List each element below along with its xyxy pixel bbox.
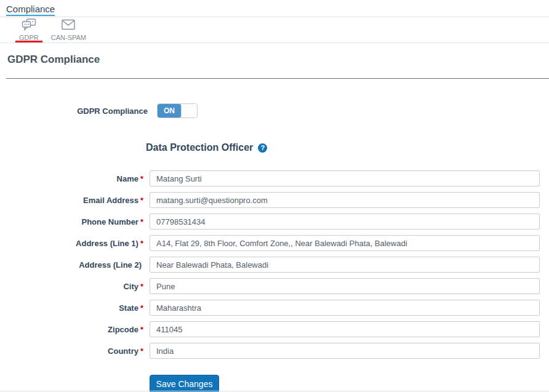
required-asterisk: * <box>140 282 143 291</box>
help-icon[interactable]: ? <box>258 143 267 153</box>
form-row: City* <box>0 278 549 294</box>
field-label: State <box>119 303 138 313</box>
toggle-knob <box>181 104 197 118</box>
bottom-divider <box>0 391 549 391</box>
field-label: Address (Line 2) <box>79 260 142 270</box>
form-row: Address (Line 1)* <box>0 235 549 251</box>
breadcrumb-compliance-link[interactable]: Compliance <box>6 4 55 16</box>
field-input-phone-number[interactable] <box>150 214 540 230</box>
tab-gdpr-label: GDPR <box>19 34 39 41</box>
envelope-icon <box>61 18 76 32</box>
required-asterisk: * <box>140 196 143 205</box>
gdpr-compliance-toggle[interactable]: ON <box>157 103 198 118</box>
required-asterisk: * <box>140 174 143 183</box>
form-row: Name* <box>0 170 549 186</box>
breadcrumb-bar: Compliance <box>0 0 549 17</box>
field-label: City <box>123 282 138 291</box>
field-input-address-line-2[interactable] <box>150 257 540 273</box>
gdpr-toggle-row: GDPR Compliance ON <box>0 103 549 118</box>
field-label: Email Address <box>83 196 138 205</box>
gdpr-toggle-label: GDPR Compliance <box>0 106 148 116</box>
field-label: Phone Number <box>81 217 138 226</box>
dpo-form: Name* Email Address* Phone Number* Addre… <box>0 170 549 392</box>
form-row: Email Address* <box>0 192 549 208</box>
tab-gdpr[interactable]: GDPR <box>15 17 42 42</box>
form-rows: Name* Email Address* Phone Number* Addre… <box>0 170 549 359</box>
gdpr-chat-bubbles-icon <box>22 18 36 32</box>
field-input-zipcode[interactable] <box>150 321 540 337</box>
title-divider <box>6 78 549 79</box>
required-asterisk: * <box>140 325 143 334</box>
form-row: Zipcode* <box>0 321 549 337</box>
field-input-state[interactable] <box>150 300 540 316</box>
field-input-address-line-1[interactable] <box>150 235 540 251</box>
field-input-name[interactable] <box>150 170 540 186</box>
required-asterisk: * <box>140 303 143 313</box>
form-row: State* <box>0 300 549 316</box>
field-label: Country <box>108 346 138 356</box>
form-row: Address (Line 2) <box>0 257 549 273</box>
required-asterisk: * <box>140 239 143 248</box>
section-title: Data Protection Officer <box>146 142 253 153</box>
required-asterisk: * <box>140 217 143 226</box>
save-changes-button[interactable]: Save Changes <box>150 375 219 392</box>
field-input-country[interactable] <box>150 343 540 359</box>
field-input-email-address[interactable] <box>150 192 540 208</box>
form-row: Phone Number* <box>0 214 549 230</box>
required-asterisk: * <box>140 346 143 356</box>
section-heading: Data Protection Officer ? <box>146 142 549 153</box>
field-label: Address (Line 1) <box>76 239 138 248</box>
tab-bar: GDPR CAN-SPAM <box>0 17 549 43</box>
field-input-city[interactable] <box>150 278 540 294</box>
form-row: Country* <box>0 343 549 359</box>
tab-can-spam[interactable]: CAN-SPAM <box>47 17 90 42</box>
page-title: GDPR Compliance <box>7 54 549 66</box>
field-label: Name <box>117 174 138 183</box>
toggle-on-label: ON <box>158 104 181 118</box>
field-label: Zipcode <box>108 325 138 334</box>
tab-can-spam-label: CAN-SPAM <box>51 34 86 41</box>
